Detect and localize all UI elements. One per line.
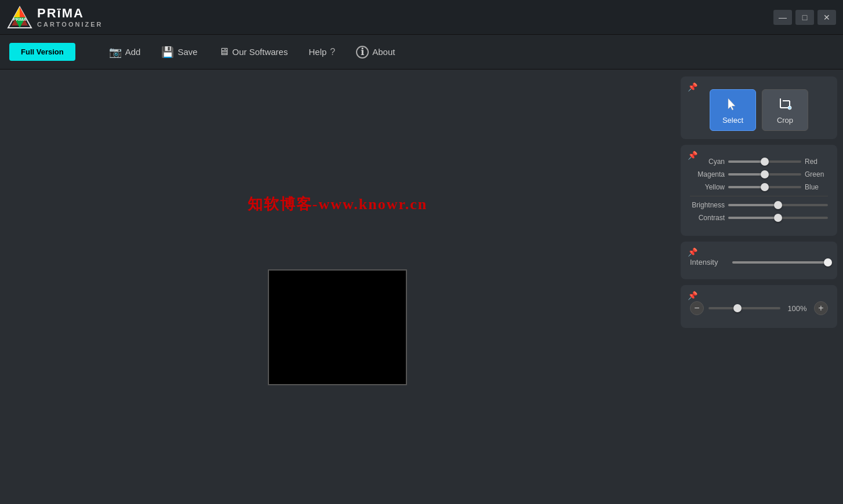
cyan-red-slider[interactable] [728,160,801,163]
zoom-value: 100% [785,304,809,313]
zoom-panel: 📌 − 100% + [681,285,837,328]
canvas-image [268,269,407,385]
svg-text:PRIMA: PRIMA [13,17,27,21]
watermark: 知软博客-www.knowr.cn [248,194,427,214]
pin-icon-zoom: 📌 [688,291,697,300]
magenta-green-slider[interactable] [728,173,801,176]
save-button[interactable]: 💾 Save [151,41,208,63]
zoom-in-button[interactable]: + [814,301,828,315]
select-label: Select [722,116,743,125]
logo-prima-text: PRīMA [37,6,103,20]
add-icon: 📷 [109,46,122,59]
save-label: Save [177,47,197,57]
toolbar: Full Version 📷 Add 💾 Save 🖥 Our Software… [0,35,843,70]
contrast-label: Contrast [690,214,725,222]
red-label: Red [805,158,828,166]
zoom-slider[interactable] [708,307,780,309]
crop-tool-button[interactable]: Crop [762,89,808,131]
add-label: Add [125,47,141,57]
main: 知软博客-www.knowr.cn 📌 Select [0,70,843,504]
about-icon: ℹ [356,46,369,59]
window-controls: — □ ✕ [773,10,836,25]
add-button[interactable]: 📷 Add [99,41,151,63]
contrast-row: Contrast [690,214,828,222]
zoom-out-button[interactable]: − [690,301,704,315]
logo-icon: PRIMA [7,5,32,30]
zoom-out-icon: − [694,303,699,313]
about-button[interactable]: ℹ About [346,41,405,63]
titlebar: PRIMA PRīMA CARTOONIZER — □ ✕ [0,0,843,35]
our-softwares-button[interactable]: 🖥 Our Softwares [208,41,299,63]
zoom-row: − 100% + [690,298,828,319]
select-tool-button[interactable]: Select [710,89,756,131]
yellow-blue-slider[interactable] [728,186,801,188]
logo-cartoonizer-text: CARTOONIZER [37,21,103,28]
zoom-in-icon: + [818,303,823,313]
version-badge: Full Version [9,43,75,61]
color-panel: 📌 Cyan Red Magenta [681,145,837,236]
magenta-green-row: Magenta Green [690,170,828,178]
yellow-label: Yellow [690,183,725,191]
right-panel: 📌 Select Crop [675,70,843,504]
cyan-red-row: Cyan Red [690,158,828,166]
contrast-slider[interactable] [728,217,828,219]
pin-icon-tools: 📌 [688,82,697,92]
svg-point-11 [788,106,791,109]
softwares-icon: 🖥 [219,46,229,58]
pin-icon-intensity: 📌 [688,247,697,257]
save-icon: 💾 [161,46,174,59]
svg-marker-6 [728,98,735,110]
about-label: About [372,47,395,57]
intensity-slider[interactable] [732,261,828,264]
logo-area: PRIMA PRīMA CARTOONIZER [7,5,103,30]
green-label: Green [805,170,828,178]
tools-card: 📌 Select Crop [681,76,837,139]
minimize-button[interactable]: — [773,10,792,25]
intensity-label: Intensity [690,258,728,266]
yellow-blue-row: Yellow Blue [690,183,828,191]
logo-text: PRīMA CARTOONIZER [37,6,103,27]
help-label: Help [308,47,326,57]
intensity-panel: 📌 Intensity [681,242,837,279]
brightness-label: Brightness [690,201,725,209]
brightness-row: Brightness [690,201,828,209]
pin-icon-color: 📌 [688,151,697,160]
brightness-slider[interactable] [728,204,828,206]
crop-icon [777,96,793,112]
crop-label: Crop [777,116,793,125]
maximize-button[interactable]: □ [795,10,814,25]
help-button[interactable]: Help ? [298,42,346,62]
close-button[interactable]: ✕ [817,10,836,25]
help-icon: ? [330,47,335,57]
magenta-label: Magenta [690,170,725,178]
select-icon [725,96,741,112]
canvas-area: 知软博客-www.knowr.cn [0,70,675,504]
color-separator [690,196,828,196]
softwares-label: Our Softwares [232,47,288,57]
intensity-row: Intensity [690,254,828,270]
blue-label: Blue [805,183,828,191]
